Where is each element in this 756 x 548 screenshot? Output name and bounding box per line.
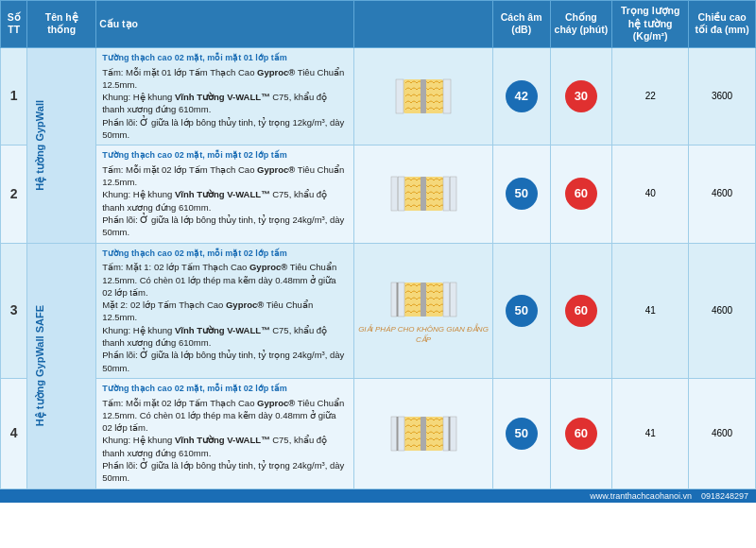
header-chong-chay: Chống cháy (phút)	[550, 1, 612, 48]
svg-rect-24	[451, 417, 457, 451]
header-trong-luong: Trọng lượng hệ tường (Kg/m²)	[612, 1, 689, 48]
header-chieu-cao: Chiều cao tối đa (mm)	[689, 1, 756, 48]
cell-cach-am: 50	[492, 243, 550, 378]
cell-chieu-cao: 4600	[689, 243, 756, 378]
header-cau-tao: Cấu tạo	[96, 1, 354, 48]
table-row: 1Hệ tường GypWallTường thạch cao 02 mặt,…	[1, 47, 756, 145]
svg-rect-6	[391, 177, 398, 211]
svg-rect-1	[421, 79, 426, 113]
table-row: 2Tường thạch cao 02 mặt, mỗi mặt 02 lớp …	[1, 146, 756, 243]
footer-bar: www.tranthachcaohanoi.vn 0918248297	[0, 489, 756, 503]
svg-rect-2	[396, 79, 404, 113]
cell-trong-luong: 41	[612, 378, 689, 488]
svg-rect-13	[397, 283, 399, 317]
header-ten: Tên hệ thống	[27, 1, 96, 48]
svg-rect-7	[399, 177, 405, 211]
footer-phone: 0918248297	[701, 491, 748, 501]
svg-rect-14	[399, 283, 405, 317]
cell-he-tuong-label: Hệ tường GypWall	[27, 47, 96, 243]
cell-wall-illustration	[354, 146, 493, 243]
cell-chieu-cao: 4600	[689, 146, 756, 243]
cell-chong-chay: 30	[550, 47, 612, 145]
cell-cach-am: 50	[492, 146, 550, 243]
header-hinh	[354, 1, 493, 48]
cell-stt: 4	[1, 378, 27, 488]
cell-cau-tao: Tường thạch cao 02 mặt, mỗi mặt 02 lớp t…	[96, 378, 354, 488]
svg-rect-9	[451, 177, 457, 211]
cell-stt: 3	[1, 243, 27, 378]
cell-trong-luong: 22	[612, 47, 689, 145]
cell-cau-tao: Tường thạch cao 02 mặt, mỗi mặt 02 lớp t…	[96, 146, 354, 243]
cell-cach-am: 42	[492, 47, 550, 145]
svg-rect-5	[421, 177, 426, 211]
svg-rect-20	[397, 417, 399, 451]
footer-website: www.tranthachcaohanoi.vn	[590, 491, 692, 501]
table-row: 3Hệ tường GypWall SAFETường thạch cao 02…	[1, 243, 756, 378]
cell-wall-illustration	[354, 378, 493, 488]
svg-rect-8	[443, 177, 450, 211]
svg-rect-3	[443, 79, 451, 113]
cell-stt: 1	[1, 47, 27, 145]
cell-chong-chay: 60	[550, 146, 612, 243]
svg-rect-18	[421, 417, 426, 451]
cell-cau-tao: Tường thạch cao 02 mặt, mỗi mặt 01 lớp t…	[96, 47, 354, 145]
cell-wall-illustration	[354, 47, 493, 145]
svg-rect-11	[421, 283, 426, 317]
cell-he-tuong-label: Hệ tường GypWall SAFE	[27, 243, 96, 488]
cell-trong-luong: 40	[612, 146, 689, 243]
header-cach-am: Cách âm (dB)	[492, 1, 550, 48]
svg-rect-21	[399, 417, 405, 451]
svg-rect-15	[443, 283, 450, 317]
cell-trong-luong: 41	[612, 243, 689, 378]
cell-wall-illustration: GIẢI PHÁP CHO KHÔNG GIAN ĐẲNG CẤP	[354, 243, 493, 378]
cell-chong-chay: 60	[550, 243, 612, 378]
table-row: 4Tường thạch cao 02 mặt, mỗi mặt 02 lớp …	[1, 378, 756, 488]
cell-cau-tao: Tường thạch cao 02 mặt, mỗi mặt 02 lớp t…	[96, 243, 354, 378]
cell-chong-chay: 60	[550, 378, 612, 488]
cell-stt: 2	[1, 146, 27, 243]
header-stt: Số TT	[1, 1, 27, 48]
cell-chieu-cao: 3600	[689, 47, 756, 145]
svg-rect-16	[451, 283, 457, 317]
svg-rect-23	[449, 417, 451, 451]
cell-chieu-cao: 4600	[689, 378, 756, 488]
cell-cach-am: 50	[492, 378, 550, 488]
